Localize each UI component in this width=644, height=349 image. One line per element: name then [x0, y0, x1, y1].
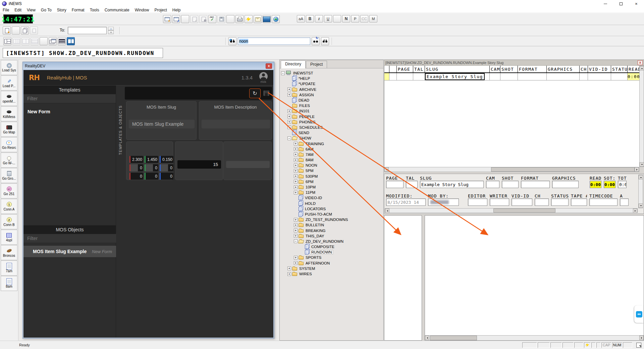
grid-cell[interactable] — [389, 73, 397, 80]
page-corner-icon[interactable] — [636, 343, 641, 348]
rgb-value-field[interactable]: 0 — [160, 164, 173, 171]
format-button-p[interactable]: P — [351, 15, 359, 22]
directory-tab-project[interactable]: Project — [306, 61, 327, 68]
grid-cell[interactable] — [611, 73, 628, 80]
toolbar-button[interactable] — [3, 26, 11, 35]
tree-item[interactable]: +ASSIGN — [281, 92, 383, 98]
grid-column-header[interactable]: SHOT — [500, 66, 518, 72]
grid-column-header[interactable] — [389, 66, 397, 72]
extra-input[interactable] — [226, 161, 270, 168]
form-field-input[interactable] — [468, 198, 487, 206]
grid-cell[interactable] — [588, 73, 611, 80]
toolbar-button[interactable] — [31, 37, 39, 45]
grid-column-header[interactable]: GRAPHICS — [547, 66, 580, 72]
realitydev-titlebar[interactable]: RealityDEV x — [23, 62, 274, 70]
close-button[interactable]: ✕ — [629, 0, 644, 7]
tree-toggle[interactable]: + — [294, 169, 298, 173]
menu-item[interactable]: View — [24, 8, 38, 12]
sidebar-button[interactable]: 8am — [1, 276, 17, 291]
sidebar-button[interactable]: Conn B — [1, 214, 17, 229]
mos-objects-filter-input[interactable]: Filter — [23, 234, 116, 243]
form-field-input[interactable] — [490, 198, 509, 206]
tree-toggle[interactable]: + — [294, 256, 298, 259]
sidebar-button[interactable]: Load Sys — [1, 60, 17, 75]
tree-item[interactable]: +TRAINING — [281, 141, 383, 146]
sidebar-button[interactable]: Load P... — [1, 75, 17, 91]
form-vertical-scrollbar[interactable] — [638, 175, 643, 208]
form-field-input[interactable] — [589, 198, 618, 206]
sidebar-button[interactable]: Go 251 — [1, 183, 17, 198]
tree-item[interactable]: +SPORTS — [281, 255, 383, 260]
mos-item-slug-input[interactable]: MOS Item Slug Example — [129, 120, 195, 128]
minimize-button[interactable] — [598, 0, 613, 7]
grid-cell[interactable] — [490, 73, 500, 80]
tree-toggle[interactable]: + — [287, 125, 291, 129]
grid-column-header[interactable]: STATU — [611, 66, 628, 72]
menu-item[interactable]: Story — [54, 8, 69, 12]
tree-item[interactable]: +11PM — [281, 190, 383, 195]
tree-toggle[interactable]: − — [294, 239, 298, 243]
form-field-input[interactable]: 0:0 — [618, 181, 627, 188]
templates-objects-side-tab[interactable]: TEMPLATES & OBJECTS — [116, 98, 124, 162]
tree-item[interactable]: +8AM — [281, 157, 383, 163]
grid-column-header[interactable]: CH — [580, 66, 588, 72]
format-button-cc[interactable]: CC — [360, 15, 368, 22]
tree-item[interactable]: +AFTERNOON — [281, 260, 383, 266]
tree-item[interactable]: VIDEO-ID — [281, 195, 383, 200]
tree-item[interactable]: COMPOSITE — [281, 244, 383, 249]
tree-toggle[interactable]: + — [294, 223, 298, 227]
grid-cell[interactable] — [547, 73, 580, 80]
menu-item[interactable]: Help — [170, 8, 183, 12]
format-button-i[interactable]: I — [315, 15, 323, 22]
grid-column-header[interactable]: CAM — [490, 66, 500, 72]
form-field-input[interactable]: Example Story Slug — [420, 181, 484, 188]
grid-cell[interactable] — [384, 73, 389, 80]
form-field-input[interactable] — [406, 181, 418, 188]
tree-toggle[interactable]: + — [287, 120, 291, 124]
maximize-button[interactable] — [613, 0, 629, 7]
count-input[interactable]: 15 — [177, 160, 221, 169]
tree-item[interactable]: +BULLETIN — [281, 222, 383, 228]
directory-tab-directory[interactable]: Directory — [281, 60, 306, 68]
tree-toggle[interactable]: + — [294, 147, 298, 151]
rgb-value-field[interactable]: 0.150 — [160, 156, 173, 163]
tree-toggle[interactable]: + — [294, 229, 298, 232]
mos-item-description-input[interactable] — [202, 120, 270, 128]
toolbar-button[interactable] — [12, 37, 20, 45]
menu-item[interactable]: Go To — [38, 8, 54, 12]
form-field-input[interactable]: 0:00 — [604, 181, 615, 188]
tree-item[interactable]: +6PM — [281, 179, 383, 184]
tree-item[interactable]: +ARCHIVE — [281, 87, 383, 92]
form-field-input[interactable] — [502, 181, 519, 188]
form-field-input[interactable] — [551, 198, 569, 206]
tree-toggle[interactable]: + — [294, 153, 298, 156]
form-field-input[interactable] — [386, 181, 404, 188]
tree-toggle[interactable]: + — [294, 185, 298, 189]
rgb-value-field[interactable]: 2.300 — [129, 156, 143, 163]
menu-item[interactable]: Format — [69, 8, 87, 12]
tree-item[interactable]: +SYSTEM — [281, 266, 383, 271]
grid-cell[interactable] — [413, 73, 425, 80]
tree-toggle[interactable]: + — [294, 164, 298, 167]
form-field-input[interactable] — [620, 198, 629, 206]
toolbar-button[interactable] — [3, 37, 11, 45]
templates-filter-input[interactable]: Filter — [23, 94, 116, 103]
format-button-aa[interactable]: aA — [297, 15, 305, 22]
grid-cell[interactable] — [397, 73, 413, 80]
grid-column-header[interactable]: VID-ID — [588, 66, 611, 72]
sidebar-button[interactable]: KillMess — [1, 106, 17, 121]
form-field-input[interactable] — [486, 181, 499, 188]
tree-item[interactable]: SEND — [281, 130, 383, 135]
toolbar-button[interactable] — [235, 15, 244, 23]
tree-toggle[interactable]: + — [287, 93, 291, 97]
toolbar-button[interactable] — [67, 37, 75, 45]
tree-item[interactable]: +IN101 — [281, 108, 383, 114]
format-button-m[interactable]: M — [369, 15, 377, 22]
rgb-value-field[interactable]: 0 — [160, 173, 173, 180]
grid-cell[interactable]: Example Story Slug — [425, 73, 490, 80]
teamviewer-tab[interactable]: ↔ — [634, 305, 644, 323]
menu-item[interactable]: File — [0, 8, 12, 12]
toolbar-button[interactable] — [58, 37, 66, 45]
sidebar-button[interactable]: 4spl — [1, 230, 17, 245]
tree-item[interactable]: −ZD_DEV_RUNDOWN — [281, 239, 383, 244]
